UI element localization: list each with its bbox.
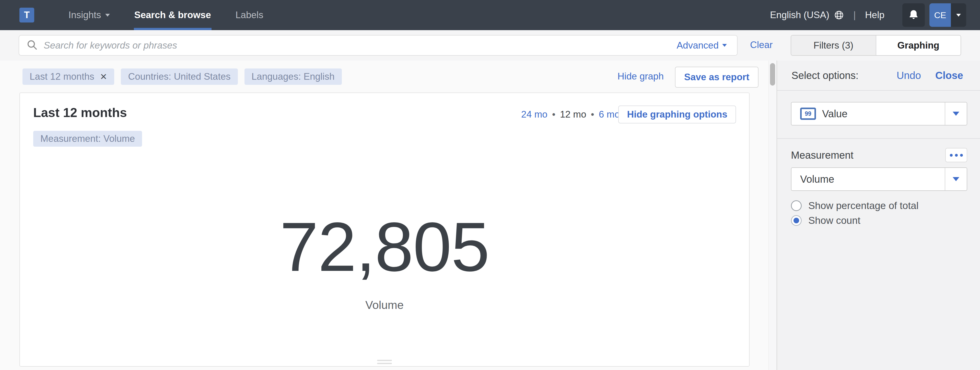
value-select-caret[interactable] — [945, 102, 967, 125]
time-range-switcher: 24 mo • 12 mo • 6 mo — [521, 109, 620, 120]
filter-chip-time-range[interactable]: Last 12 months ✕ — [22, 69, 114, 85]
chevron-down-icon — [105, 14, 110, 17]
account-menu-caret — [951, 3, 966, 27]
primary-nav: Insights Search & browse Labels — [56, 0, 276, 30]
chevron-down-icon — [722, 44, 727, 47]
chevron-down-icon — [953, 112, 959, 116]
value-section: 99 Value — [777, 91, 980, 139]
range-option-24mo[interactable]: 24 mo — [521, 109, 547, 120]
undo-link[interactable]: Undo — [896, 70, 921, 81]
measurement-header: Measurement — [791, 148, 967, 162]
vertical-scrollbar[interactable] — [768, 61, 776, 370]
range-separator: • — [591, 109, 594, 120]
select-options-label: Select options: — [791, 70, 858, 81]
nav-item-labels[interactable]: Labels — [223, 0, 276, 30]
help-link[interactable]: Help — [865, 10, 885, 21]
close-link[interactable]: Close — [935, 70, 963, 81]
chevron-down-icon — [956, 14, 961, 17]
card-resize-handle[interactable] — [377, 360, 392, 364]
value-select-body: 99 Value — [791, 108, 945, 120]
app-logo-letter: T — [24, 10, 30, 21]
radio-unselected-icon[interactable] — [791, 200, 802, 211]
clear-search-button[interactable]: Clear — [750, 40, 773, 50]
save-as-report-button[interactable]: Save as report — [675, 67, 759, 88]
measurement-more-options-button[interactable] — [945, 148, 967, 162]
radio-show-percentage[interactable]: Show percentage of total — [791, 200, 967, 211]
search-strip: Advanced Clear Filters (3) Graphing — [0, 30, 980, 61]
bell-icon — [908, 9, 920, 21]
more-options-icon — [955, 154, 958, 156]
nav-item-label: Search & browse — [134, 10, 211, 21]
hide-graphing-options-button[interactable]: Hide graphing options — [618, 105, 736, 123]
measurement-select-text: Volume — [800, 174, 834, 185]
filter-chip-countries[interactable]: Countries: United States — [121, 69, 238, 85]
radio-selected-icon[interactable] — [791, 215, 802, 226]
range-option-6mo[interactable]: 6 mo — [599, 109, 620, 120]
numeric-value-icon: 99 — [800, 108, 816, 120]
globe-icon — [834, 10, 844, 20]
radio-show-count[interactable]: Show count — [791, 215, 967, 226]
measurement-select-caret[interactable] — [945, 168, 967, 190]
advanced-search-toggle[interactable]: Advanced — [676, 40, 727, 51]
measurement-label: Measurement — [791, 150, 854, 161]
hide-graph-link[interactable]: Hide graph — [617, 71, 664, 82]
app-logo[interactable]: T — [19, 8, 34, 22]
metric-value: 72,805 — [20, 209, 749, 285]
range-separator: • — [552, 109, 555, 120]
main-content-area: Last 12 months ✕ Countries: United State… — [0, 61, 980, 370]
radio-label: Show count — [808, 215, 861, 226]
nav-item-label: Labels — [235, 10, 263, 21]
metric-card: Last 12 months Measurement: Volume 24 mo… — [19, 92, 749, 367]
measurement-section: Measurement Volume Show — [777, 139, 980, 226]
measurement-chip: Measurement: Volume — [33, 131, 142, 147]
measurement-select-body: Volume — [791, 174, 945, 185]
notifications-button[interactable] — [902, 3, 925, 27]
language-selector[interactable]: English (USA) — [770, 10, 829, 21]
more-options-icon — [960, 154, 963, 156]
more-options-icon — [950, 154, 953, 156]
chip-label: Languages: English — [251, 71, 335, 82]
topbar-right-cluster: English (USA) | Help CE — [770, 3, 966, 27]
filter-chip-languages[interactable]: Languages: English — [245, 69, 342, 85]
value-select-text: Value — [822, 108, 847, 120]
metric-label: Volume — [20, 298, 749, 312]
chip-label: Last 12 months — [30, 71, 94, 82]
metric-readout: 72,805 Volume — [20, 209, 749, 312]
search-bar[interactable]: Advanced — [19, 35, 738, 56]
panel-tab-group: Filters (3) Graphing — [791, 35, 961, 56]
search-icon — [26, 39, 38, 52]
avatar: CE — [929, 3, 951, 27]
tab-filters[interactable]: Filters (3) — [791, 35, 876, 55]
active-filter-chips: Last 12 months ✕ Countries: United State… — [22, 69, 342, 85]
chevron-down-icon — [953, 177, 959, 181]
account-menu[interactable]: CE — [929, 3, 966, 27]
tab-graphing[interactable]: Graphing — [876, 35, 961, 55]
nav-item-label: Insights — [68, 10, 101, 21]
chip-label: Countries: United States — [128, 71, 231, 82]
scrollbar-thumb[interactable] — [770, 63, 775, 86]
measurement-select[interactable]: Volume — [791, 167, 967, 191]
radio-label: Show percentage of total — [808, 200, 918, 211]
nav-item-insights[interactable]: Insights — [56, 0, 122, 30]
measurement-display-radios: Show percentage of total Show count — [791, 200, 967, 226]
graphing-panel: Select options: Undo Close 99 Value — [776, 61, 980, 370]
value-select[interactable]: 99 Value — [791, 102, 967, 126]
nav-item-search-browse[interactable]: Search & browse — [122, 0, 223, 30]
topbar-divider: | — [853, 10, 856, 21]
advanced-label: Advanced — [676, 40, 719, 51]
graphing-panel-header: Select options: Undo Close — [777, 61, 980, 91]
search-input[interactable] — [44, 40, 676, 51]
range-option-12mo[interactable]: 12 mo — [560, 109, 586, 120]
remove-filter-icon[interactable]: ✕ — [100, 72, 107, 82]
top-nav-bar: T Insights Search & browse Labels Englis… — [0, 0, 980, 30]
